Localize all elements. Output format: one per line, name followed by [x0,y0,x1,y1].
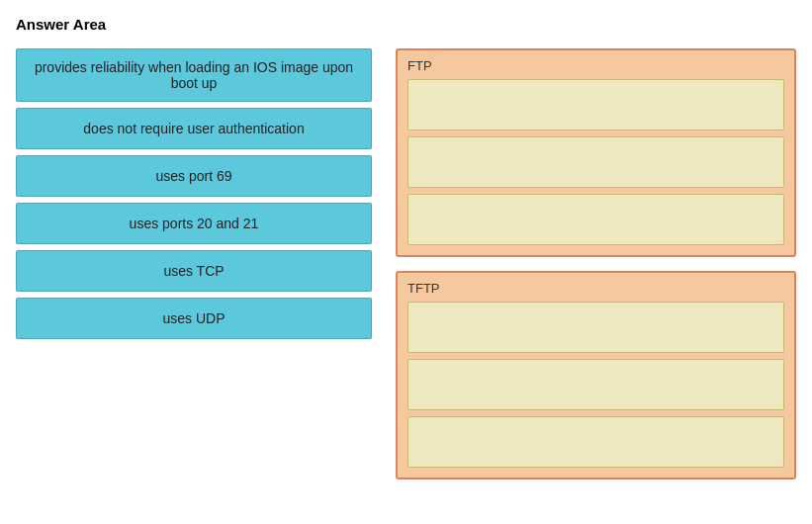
ftp-group-slots [407,79,784,245]
item-6[interactable]: uses UDP [16,298,372,339]
tftp-group-slot-2[interactable] [407,359,784,410]
item-3[interactable]: uses port 69 [16,155,372,197]
ftp-group-slot-3[interactable] [407,194,784,245]
item-1[interactable]: provides reliability when loading an IOS… [16,48,372,102]
tftp-group-slot-1[interactable] [407,302,784,353]
item-4[interactable]: uses ports 20 and 21 [16,203,372,244]
ftp-group-label: FTP [407,58,784,73]
item-5[interactable]: uses TCP [16,250,372,292]
ftp-group-slot-1[interactable] [407,79,784,131]
page-title: Answer Area [16,16,796,33]
ftp-group-container: FTP [396,48,796,257]
tftp-group-slot-3[interactable] [407,416,784,468]
right-column: FTPTFTP [396,48,796,480]
tftp-group-container: TFTP [396,271,796,480]
left-column: provides reliability when loading an IOS… [16,48,372,339]
answer-area: provides reliability when loading an IOS… [16,48,796,480]
item-2[interactable]: does not require user authentication [16,108,372,149]
tftp-group-slots [407,302,784,468]
tftp-group-label: TFTP [407,281,784,296]
ftp-group-slot-2[interactable] [407,136,784,188]
